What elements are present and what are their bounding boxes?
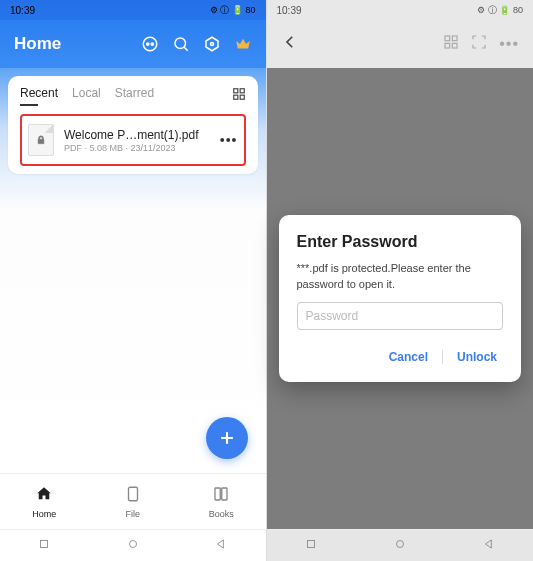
more-icon[interactable]: ••• xyxy=(499,35,519,53)
sys-home-icon[interactable] xyxy=(126,537,140,555)
svg-point-1 xyxy=(146,43,148,45)
tab-starred[interactable]: Starred xyxy=(115,86,154,106)
sys-back-icon[interactable] xyxy=(482,537,496,555)
svg-rect-14 xyxy=(215,488,220,500)
file-info: Welcome P…ment(1).pdf PDF · 5.08 MB · 23… xyxy=(64,128,210,153)
sys-back-icon[interactable] xyxy=(214,537,228,555)
svg-rect-10 xyxy=(240,95,244,99)
status-bar: 10:39 ⚙ ⓘ 🔋 80 xyxy=(0,0,266,20)
sys-recent-icon[interactable] xyxy=(304,537,318,555)
svg-rect-21 xyxy=(445,43,450,48)
status-time: 10:39 xyxy=(277,5,302,16)
sys-home-icon[interactable] xyxy=(393,537,407,555)
svg-rect-15 xyxy=(222,488,227,500)
grid-view-icon[interactable] xyxy=(232,87,246,105)
status-icons: ⚙ ⓘ 🔋 80 xyxy=(477,4,523,17)
system-nav xyxy=(267,529,534,561)
svg-rect-16 xyxy=(41,540,48,547)
file-meta: PDF · 5.08 MB · 23/11/2023 xyxy=(64,143,210,153)
files-card: Recent Local Starred Welcome P…ment(1).p… xyxy=(8,76,258,174)
svg-rect-9 xyxy=(233,95,237,99)
grid-view-icon[interactable] xyxy=(443,34,459,54)
file-row[interactable]: Welcome P…ment(1).pdf PDF · 5.08 MB · 23… xyxy=(20,114,246,166)
svg-point-3 xyxy=(175,38,186,49)
svg-point-2 xyxy=(151,43,153,45)
nav-file[interactable]: File xyxy=(89,474,178,529)
svg-rect-7 xyxy=(233,89,237,93)
status-time: 10:39 xyxy=(10,5,35,16)
sys-recent-icon[interactable] xyxy=(37,537,51,555)
nav-file-label: File xyxy=(125,509,140,519)
app-header: Home xyxy=(0,20,266,68)
dialog-message: ***.pdf is protected.Please enter the pa… xyxy=(297,261,504,292)
status-bar: 10:39 ⚙ ⓘ 🔋 80 xyxy=(267,0,534,20)
password-input[interactable] xyxy=(297,302,504,330)
page-title: Home xyxy=(14,34,61,54)
file-more-icon[interactable]: ••• xyxy=(220,132,238,148)
svg-rect-8 xyxy=(240,89,244,93)
back-icon[interactable] xyxy=(281,33,299,55)
add-fab-button[interactable] xyxy=(206,417,248,459)
system-nav xyxy=(0,529,266,561)
svg-rect-20 xyxy=(453,36,458,41)
file-thumbnail-icon xyxy=(28,124,54,156)
search-icon[interactable] xyxy=(172,35,190,53)
svg-point-17 xyxy=(129,540,136,547)
divider xyxy=(442,350,443,364)
svg-rect-23 xyxy=(307,540,314,547)
home-icon xyxy=(35,485,53,507)
premium-crown-icon[interactable] xyxy=(234,35,252,53)
cancel-button[interactable]: Cancel xyxy=(383,346,434,368)
svg-marker-5 xyxy=(206,37,218,51)
file-tabs: Recent Local Starred xyxy=(20,86,246,106)
assistant-icon[interactable] xyxy=(141,35,159,53)
nav-books-label: Books xyxy=(209,509,234,519)
tab-local[interactable]: Local xyxy=(72,86,101,106)
status-icons: ⚙ ⓘ 🔋 80 xyxy=(210,4,256,17)
svg-marker-18 xyxy=(218,539,224,547)
unlock-button[interactable]: Unlock xyxy=(451,346,503,368)
svg-line-4 xyxy=(184,47,188,51)
svg-rect-22 xyxy=(453,43,458,48)
modal-overlay: Enter Password ***.pdf is protected.Plea… xyxy=(267,68,534,529)
dialog-title: Enter Password xyxy=(297,233,504,251)
tab-recent[interactable]: Recent xyxy=(20,86,58,106)
settings-hex-icon[interactable] xyxy=(203,35,221,53)
nav-home[interactable]: Home xyxy=(0,474,89,529)
file-name: Welcome P…ment(1).pdf xyxy=(64,128,210,142)
bottom-nav: Home File Books xyxy=(0,473,266,529)
password-dialog: Enter Password ***.pdf is protected.Plea… xyxy=(279,215,522,382)
nav-home-label: Home xyxy=(32,509,56,519)
svg-marker-25 xyxy=(485,539,491,547)
svg-point-6 xyxy=(210,43,213,46)
svg-rect-13 xyxy=(128,487,137,501)
viewer-header: ••• xyxy=(267,20,534,68)
expand-icon[interactable] xyxy=(471,34,487,54)
nav-books[interactable]: Books xyxy=(177,474,266,529)
svg-rect-19 xyxy=(445,36,450,41)
svg-point-0 xyxy=(143,37,157,51)
svg-point-24 xyxy=(396,540,403,547)
file-icon xyxy=(124,485,142,507)
books-icon xyxy=(212,485,230,507)
